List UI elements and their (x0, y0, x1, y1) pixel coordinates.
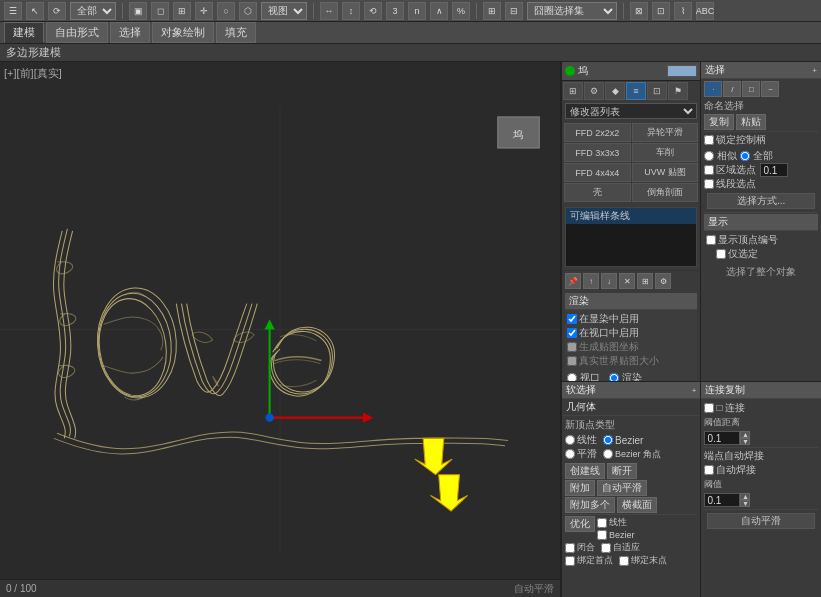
ffd-3x3x3-btn[interactable]: FFD 3x3x3 (564, 143, 631, 162)
toolbar-icon-20[interactable]: ⊡ (652, 2, 670, 20)
geometry-title[interactable]: 几何体 (562, 399, 700, 416)
toolbar-icon-18[interactable]: ⊟ (505, 2, 523, 20)
segment-check[interactable]: 线段选点 (704, 177, 818, 191)
toolbar-icon-17[interactable]: ⊞ (483, 2, 501, 20)
selection-title[interactable]: 选择 + (701, 62, 821, 79)
toolbar-icon-7[interactable]: ✛ (195, 2, 213, 20)
connect-check[interactable]: □ 连接 (704, 401, 818, 415)
selected-only-check[interactable]: 仅选定 (706, 247, 816, 261)
linear-check[interactable]: 线性 (597, 516, 635, 529)
icon-tab-2[interactable]: ⚙ (584, 82, 604, 100)
attach-multi-btn[interactable]: 附加多个 (565, 497, 615, 513)
optimize-btn[interactable]: 优化 (565, 516, 595, 532)
uvw-btn[interactable]: UVW 贴图 (632, 163, 699, 182)
selection-set-dropdown[interactable]: 囧圈选择集 (527, 2, 617, 20)
poly-mode-icon[interactable]: □ (742, 81, 760, 97)
show-vertex-num-check[interactable]: 显示顶点编号 (706, 233, 816, 247)
cross-btn[interactable]: 横截面 (617, 497, 657, 513)
ffd-2x2x2-btn[interactable]: FFD 2x2x2 (564, 123, 631, 142)
real-world-check[interactable]: 真实世界贴图大小 (567, 354, 695, 368)
close-check[interactable]: 闭合 (565, 541, 595, 554)
smooth-radio-item[interactable]: 平滑 (565, 447, 597, 461)
recompute-btn[interactable]: 自动平滑 (597, 480, 647, 496)
adaptive-check[interactable]: 自适应 (601, 541, 640, 554)
tab-populate[interactable]: 填充 (216, 22, 256, 43)
render-section-title[interactable]: 渲染 (565, 293, 697, 310)
toolbar-icon-9[interactable]: ⬡ (239, 2, 257, 20)
threshold2-spinner[interactable]: ▲ ▼ (704, 493, 750, 507)
toolbar-icon-22[interactable]: ABC (696, 2, 714, 20)
threshold2-input[interactable] (704, 493, 740, 507)
modifier-list[interactable]: 可编辑样条线 (565, 207, 697, 267)
modifier-list-item-spline[interactable]: 可编辑样条线 (566, 208, 696, 224)
spline-mode-icon[interactable]: ~ (761, 81, 779, 97)
enable-in-viewport-check[interactable]: 在视口中启用 (567, 326, 695, 340)
viewport[interactable]: [+][前][真实] (0, 62, 561, 597)
toolbar-icon-14[interactable]: n (408, 2, 426, 20)
bezier-check[interactable]: Bezier (597, 530, 635, 540)
threshold-up[interactable]: ▲ (740, 431, 750, 438)
move-down-icon[interactable]: ↓ (601, 273, 617, 289)
bevel-profile-btn[interactable]: 倒角剖面 (632, 183, 699, 202)
toolbar-icon-13[interactable]: 3 (386, 2, 404, 20)
toolbar-icon-10[interactable]: ↔ (320, 2, 338, 20)
threshold-spinner[interactable]: ▲ ▼ (704, 431, 750, 445)
area-select-check[interactable]: 区域选点 (704, 163, 818, 177)
attach-btn[interactable]: 附加 (565, 480, 595, 496)
toolbar-icon-4[interactable]: ▣ (129, 2, 147, 20)
generate-map-check[interactable]: 生成贴图坐标 (567, 340, 695, 354)
toolbar-icon-3[interactable]: ⟳ (48, 2, 66, 20)
threshold-down[interactable]: ▼ (740, 438, 750, 445)
area-val-input[interactable] (760, 163, 788, 177)
toolbar-icon-2[interactable]: ↖ (26, 2, 44, 20)
shell-btn[interactable]: 壳 (564, 183, 631, 202)
toolbar-icon-12[interactable]: ⟲ (364, 2, 382, 20)
recompute-smooth-btn[interactable]: 自动平滑 (707, 513, 815, 529)
break-btn[interactable]: 断开 (607, 463, 637, 479)
tab-modeling[interactable]: 建模 (4, 22, 44, 43)
threshold2-up[interactable]: ▲ (740, 493, 750, 500)
edge-mode-icon[interactable]: / (723, 81, 741, 97)
view-dropdown[interactable]: 视图 (261, 2, 307, 20)
tab-selection[interactable]: 选择 (110, 22, 150, 43)
icon-tab-5[interactable]: ⊡ (647, 82, 667, 100)
copy-btn[interactable]: 复制 (704, 114, 734, 130)
bind-last-check[interactable]: 绑定末点 (619, 554, 667, 567)
threshold-input[interactable] (704, 431, 740, 445)
toolbar-icon-16[interactable]: % (452, 2, 470, 20)
bind-first-check[interactable]: 绑定首点 (565, 554, 613, 567)
show-all-icon[interactable]: ⊞ (637, 273, 653, 289)
bezier-corner-radio-item[interactable]: Bezier 角点 (603, 448, 661, 461)
ffd-4x4x4-btn[interactable]: FFD 4x4x4 (564, 163, 631, 182)
display-section-title[interactable]: 显示 (704, 214, 818, 231)
enable-in-render-check[interactable]: 在显染中启用 (567, 312, 695, 326)
pin-icon[interactable]: 📌 (565, 273, 581, 289)
color-swatch[interactable] (667, 65, 697, 77)
threshold2-down[interactable]: ▼ (740, 500, 750, 507)
toolbar-icon-11[interactable]: ↕ (342, 2, 360, 20)
modifier-list-dropdown[interactable]: 修改器列表 (565, 103, 697, 119)
toolbar-icon-6[interactable]: ⊞ (173, 2, 191, 20)
icon-tab-1[interactable]: ⊞ (563, 82, 583, 100)
toolbar-icon-21[interactable]: ⌇ (674, 2, 692, 20)
vertex-mode-icon[interactable]: · (704, 81, 722, 97)
connect-title[interactable]: 连接复制 (701, 382, 821, 399)
icon-tab-4[interactable]: ≡ (626, 82, 646, 100)
toolbar-icon-8[interactable]: ○ (217, 2, 235, 20)
toolbar-icon-5[interactable]: ◻ (151, 2, 169, 20)
configure-icon[interactable]: ⚙ (655, 273, 671, 289)
tab-freeform[interactable]: 自由形式 (46, 22, 108, 43)
smooth-btn[interactable]: 异轮平滑 (632, 123, 699, 142)
lock-handles-check[interactable]: 锁定控制柄 (704, 133, 818, 147)
icon-tab-3[interactable]: ◆ (605, 82, 625, 100)
toolbar-icon-1[interactable]: ☰ (4, 2, 22, 20)
linear-radio-item[interactable]: 线性 (565, 433, 597, 447)
auto-weld-check[interactable]: 自动焊接 (704, 463, 818, 477)
create-line-btn[interactable]: 创建线 (565, 463, 605, 479)
paste-btn[interactable]: 粘贴 (736, 114, 766, 130)
tab-object-paint[interactable]: 对象绘制 (152, 22, 214, 43)
icon-tab-6[interactable]: ⚑ (668, 82, 688, 100)
move-up-icon[interactable]: ↑ (583, 273, 599, 289)
soft-title[interactable]: 软选择 + (562, 382, 700, 399)
toolbar-icon-19[interactable]: ⊠ (630, 2, 648, 20)
